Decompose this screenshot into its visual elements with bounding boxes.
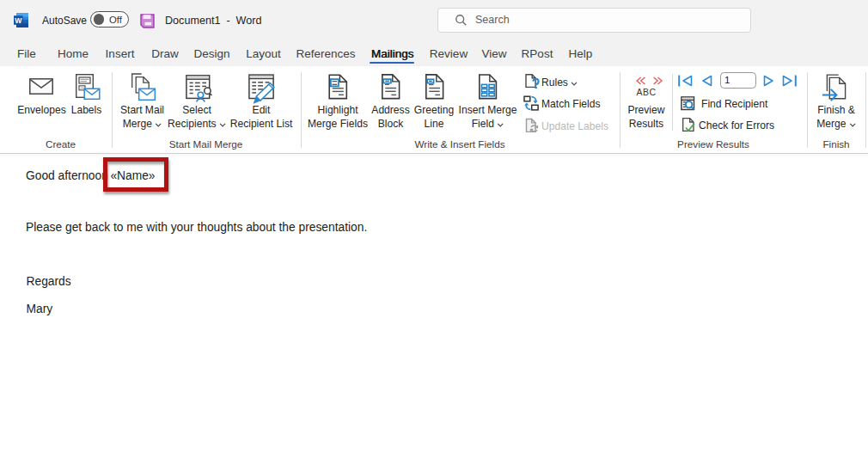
svg-text:W: W	[15, 16, 22, 25]
